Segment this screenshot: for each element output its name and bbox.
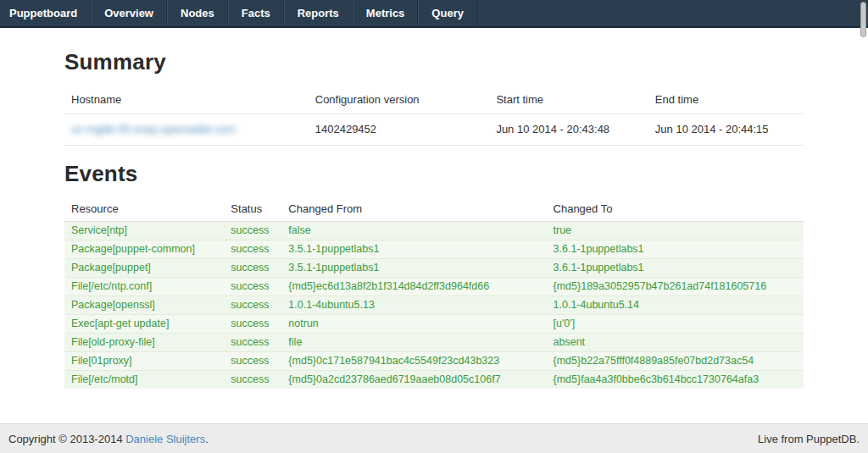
event-changed-from: 3.5.1-1puppetlabs1	[281, 259, 546, 278]
summary-heading: Summary	[64, 49, 804, 75]
event-status: success	[224, 296, 281, 315]
event-status: success	[224, 259, 281, 278]
table-row: Service[ntp] success false true	[64, 222, 804, 240]
summary-table: Hostname Configuration version Start tim…	[64, 86, 804, 146]
event-status: success	[224, 352, 281, 371]
event-changed-to: 1.0.1-4ubuntu5.14	[547, 296, 804, 315]
summary-header-hostname: Hostname	[64, 86, 309, 114]
event-status: success	[224, 240, 281, 259]
event-changed-from: notrun	[281, 315, 546, 334]
nav-item-overview[interactable]: Overview	[91, 0, 167, 26]
copyright-prefix: Copyright © 2013-2014	[8, 433, 125, 445]
event-changed-from: file	[281, 334, 546, 352]
nav-item-facts[interactable]: Facts	[228, 0, 284, 26]
event-changed-from: {md5}0c171e587941bac4c5549f23cd43b323	[281, 352, 546, 371]
event-resource: Service[ntp]	[64, 222, 224, 240]
event-resource: File[old-proxy-file]	[64, 334, 224, 352]
summary-hostname-cell: uc-mgdb-05.onep.opensable.com	[64, 114, 309, 146]
event-changed-to: [u'0']	[547, 315, 804, 334]
event-status: success	[224, 278, 281, 296]
events-heading: Events	[64, 161, 804, 187]
event-changed-from: 3.5.1-1puppetlabs1	[281, 240, 546, 259]
events-table: Resource Status Changed From Changed To …	[64, 197, 804, 389]
summary-header-config-version: Configuration version	[309, 86, 490, 114]
summary-start-time: Jun 10 2014 - 20:43:48	[489, 114, 648, 146]
table-row: Package[puppet] success 3.5.1-1puppetlab…	[64, 259, 804, 278]
summary-end-time: Jun 10 2014 - 20:44:15	[648, 114, 804, 146]
event-changed-to: 3.6.1-1puppetlabs1	[547, 240, 804, 259]
event-changed-to: true	[547, 222, 804, 240]
navbar-brand[interactable]: Puppetboard	[0, 0, 91, 26]
event-status: success	[224, 222, 281, 240]
event-changed-to: absent	[547, 334, 804, 352]
events-header-resource: Resource	[64, 197, 224, 222]
table-row: File[01proxy] success {md5}0c171e587941b…	[64, 352, 804, 371]
event-resource: File[01proxy]	[64, 352, 224, 371]
event-changed-from: {md5}ec6d13a8f2b1f314d84d2ff3d964fd66	[281, 278, 546, 296]
event-status: success	[224, 334, 281, 352]
event-status: success	[224, 315, 281, 334]
puppetdb-status-text: Live from PuppetDB.	[758, 433, 860, 445]
summary-row: uc-mgdb-05.onep.opensable.com 1402429452…	[64, 114, 804, 146]
events-header-status: Status	[224, 197, 281, 222]
summary-header-start-time: Start time	[489, 86, 648, 114]
table-row: Package[openssl] success 1.0.1-4ubuntu5.…	[64, 296, 804, 315]
nav-item-nodes[interactable]: Nodes	[167, 0, 228, 26]
table-row: File[old-proxy-file] success file absent	[64, 334, 804, 352]
top-navbar: Puppetboard Overview Nodes Facts Reports…	[0, 0, 868, 28]
event-resource: Package[puppet-common]	[64, 240, 224, 259]
event-status: success	[224, 371, 281, 389]
event-changed-to: {md5}faa4a3f0bbe6c3b614bcc1730764afa3	[547, 371, 804, 389]
events-header-changed-to: Changed To	[547, 197, 804, 222]
table-row: Package[puppet-common] success 3.5.1-1pu…	[64, 240, 804, 259]
event-changed-to: {md5}189a3052957b47b261ad74f181605716	[547, 278, 804, 296]
event-changed-to: {md5}b22a75fff0f4889a85fe07bd2d73ac54	[547, 352, 804, 371]
event-changed-from: 1.0.1-4ubuntu5.13	[281, 296, 546, 315]
summary-header-end-time: End time	[648, 86, 804, 114]
table-row: File[/etc/ntp.conf] success {md5}ec6d13a…	[64, 278, 804, 296]
event-changed-from: false	[281, 222, 546, 240]
hostname-link-redacted[interactable]: uc-mgdb-05.onep.opensable.com	[71, 123, 236, 135]
table-row: Exec[apt-get update] success notrun [u'0…	[64, 315, 804, 334]
author-link[interactable]: Daniele Sluijters	[125, 433, 205, 445]
main-content: Summary Hostname Configuration version S…	[0, 28, 868, 423]
nav-item-reports[interactable]: Reports	[284, 0, 353, 26]
events-header-changed-from: Changed From	[281, 197, 546, 222]
event-resource: Package[openssl]	[64, 296, 224, 315]
copyright-text: Copyright © 2013-2014 Daniele Sluijters.	[8, 433, 209, 445]
event-resource: File[/etc/motd]	[64, 371, 224, 389]
event-resource: File[/etc/ntp.conf]	[64, 278, 224, 296]
copyright-suffix: .	[205, 433, 209, 445]
event-resource: Exec[apt-get update]	[64, 315, 224, 334]
nav-item-metrics[interactable]: Metrics	[353, 0, 419, 26]
event-changed-to: 3.6.1-1puppetlabs1	[547, 259, 804, 278]
page-footer: Copyright © 2013-2014 Daniele Sluijters.…	[0, 423, 868, 453]
event-resource: Package[puppet]	[64, 259, 224, 278]
scrollbar-thumb[interactable]	[860, 2, 866, 37]
table-row: File[/etc/motd] success {md5}0a2cd23786a…	[64, 371, 804, 389]
nav-item-query[interactable]: Query	[418, 0, 477, 26]
summary-config-version: 1402429452	[309, 114, 490, 146]
event-changed-from: {md5}0a2cd23786aed6719aaeb08d05c106f7	[281, 371, 546, 389]
